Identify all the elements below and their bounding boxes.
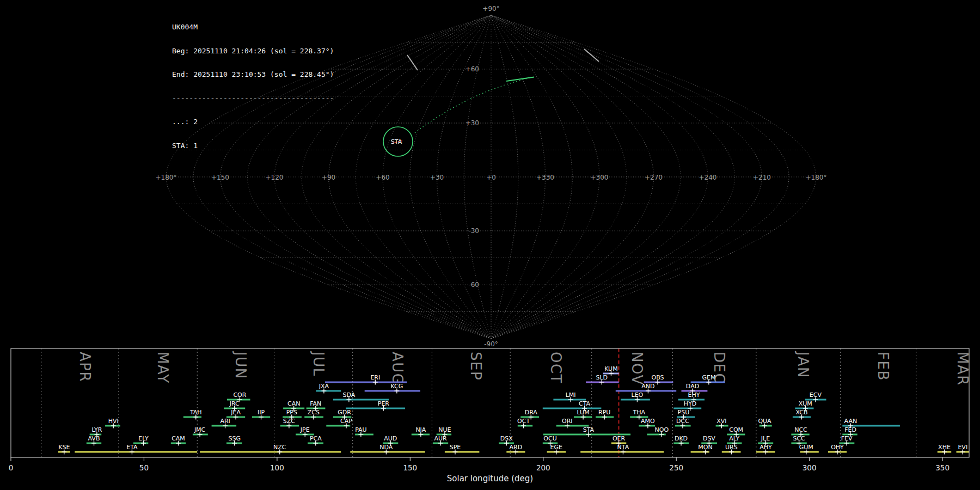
shower-code-label: NZC — [273, 444, 286, 451]
shower-code-label: DCC — [676, 418, 689, 425]
shower-code-label: THA — [633, 409, 646, 416]
shower-code-label: FAN — [310, 400, 321, 407]
shower-code-label: LMI — [566, 391, 576, 399]
longitude-label: +330 — [536, 174, 554, 181]
shower-code-label: SSG — [228, 435, 241, 442]
shower-code-label: URS — [725, 444, 738, 451]
month-label: JUL — [310, 351, 327, 377]
x-tick-label: 200 — [536, 463, 550, 472]
chart-border — [11, 348, 969, 457]
shower-code-label: GDR — [338, 409, 351, 416]
sky-grid-labels: +90°-90°+60+30-30-60+180°+150+120+90+60+… — [156, 5, 827, 348]
x-tick-label: 50 — [139, 463, 149, 472]
shower-code-label: HYD — [684, 400, 696, 407]
shower-code-label: JRC — [229, 400, 240, 407]
shower-code-label: TAH — [189, 409, 202, 416]
shower-code-label: GUM — [799, 444, 813, 451]
shower-code-label: XCB — [796, 409, 808, 416]
shower-code-label: ETA — [126, 444, 138, 451]
shower-code-label: NOO — [655, 426, 669, 433]
shower-code-label: FED — [844, 426, 856, 433]
shower-code-label: QUA — [758, 418, 771, 425]
shower-code-label: EHY — [688, 391, 700, 399]
longitude-label: +150 — [211, 174, 229, 181]
shower-code-label: AVB — [88, 435, 100, 442]
latitude-label: +60 — [465, 65, 479, 73]
longitude-label: +240 — [699, 174, 717, 181]
shower-code-label: NIA — [415, 426, 426, 433]
shower-code-label: COR — [233, 391, 246, 399]
x-tick-label: 150 — [403, 463, 417, 472]
shower-code-label: STA — [583, 426, 595, 433]
shower-code-label: DSX — [500, 435, 513, 442]
shower-code-label: DRA — [525, 409, 538, 416]
shower-code-label: KCG — [390, 383, 403, 390]
shower-code-label: AAN — [844, 418, 857, 425]
shower-code-label: NCC — [794, 426, 807, 433]
x-tick-label: 100 — [270, 463, 284, 472]
shower-code-label: ORI — [562, 418, 573, 425]
month-label: AUG — [389, 352, 406, 385]
longitude-label: +120 — [266, 174, 284, 181]
shower-code-label: NUE — [438, 426, 451, 433]
meteor-trail — [407, 55, 418, 70]
shower-code-label: ALY — [729, 435, 739, 442]
radiant-map-app: UK004M Beg: 20251110 21:04:26 (sol = 228… — [0, 0, 980, 490]
month-label: NOV — [629, 352, 645, 385]
shower-code-label: JPE — [300, 426, 310, 433]
radiant-label: STA — [391, 138, 402, 145]
longitude-label: +180° — [806, 174, 827, 181]
shower-code-label: DAD — [686, 383, 699, 390]
shower-code-label: AUD — [384, 435, 397, 442]
shower-code-label: SDA — [343, 391, 356, 399]
shower-code-label: EVI — [958, 444, 967, 451]
shower-code-label: PAU — [355, 426, 367, 433]
shower-code-label: ELY — [138, 435, 149, 442]
shower-code-label: JXA — [318, 383, 329, 390]
shower-code-label: KUM — [604, 365, 617, 372]
shower-code-label: ERI — [370, 374, 380, 381]
latitude-label: -30 — [468, 227, 479, 235]
shower-code-label: COM — [729, 426, 743, 433]
shower-code-label: MON — [698, 444, 712, 451]
month-label: JAN — [795, 351, 811, 378]
shower-code-label: DSV — [703, 435, 715, 442]
x-tick-label: 250 — [669, 463, 683, 472]
latitude-label: -60 — [468, 281, 479, 289]
shower-code-label: SPE — [450, 444, 461, 451]
longitude-label: +0 — [486, 174, 496, 181]
x-axis-title: Solar longitude (deg) — [447, 474, 533, 483]
shower-code-label: JEA — [230, 409, 241, 416]
shower-code-label: ARD — [510, 444, 523, 451]
shower-code-label: DKD — [675, 435, 688, 442]
shower-code-label: CTA — [579, 400, 591, 407]
shower-code-label: ARI — [220, 418, 230, 425]
shower-code-label: OER — [612, 435, 626, 442]
pole-label-north: +90° — [482, 5, 499, 13]
month-label: OCT — [548, 352, 564, 384]
activity-timeline-chart: APRMAYJUNJULAUGSEPOCTNOVDECJANFEBMARKUME… — [9, 348, 971, 483]
longitude-label: +270 — [645, 174, 663, 181]
shower-code-label: HVI — [108, 418, 119, 425]
shower-code-label: OCU — [543, 435, 556, 442]
radiant-plot: +90°-90°+60+30-30-60+180°+150+120+90+60+… — [0, 0, 980, 490]
longitude-label: +180° — [156, 174, 177, 181]
shower-code-label: SCC — [793, 435, 805, 442]
shower-code-label: OCT — [517, 418, 530, 425]
shower-code-label: XVI — [716, 418, 726, 425]
x-tick-label: 0 — [9, 463, 14, 472]
shower-code-label: CAN — [287, 400, 300, 407]
shower-code-label: OBS — [652, 374, 664, 381]
month-label: MAR — [954, 352, 971, 386]
shower-code-label: AND — [641, 383, 654, 390]
shower-code-label: JMC — [194, 426, 206, 433]
sky-map: +90°-90°+60+30-30-60+180°+150+120+90+60+… — [156, 5, 827, 348]
meteor-trail — [584, 49, 599, 62]
month-label: MAY — [155, 352, 171, 384]
shower-code-label: LEO — [632, 391, 644, 399]
shower-code-label: ECV — [810, 391, 822, 399]
shower-code-label: CAM — [171, 435, 185, 442]
shower-code-label: GEM — [702, 374, 715, 381]
shower-code-label: IIP — [258, 409, 265, 416]
month-label: FEB — [875, 352, 891, 381]
